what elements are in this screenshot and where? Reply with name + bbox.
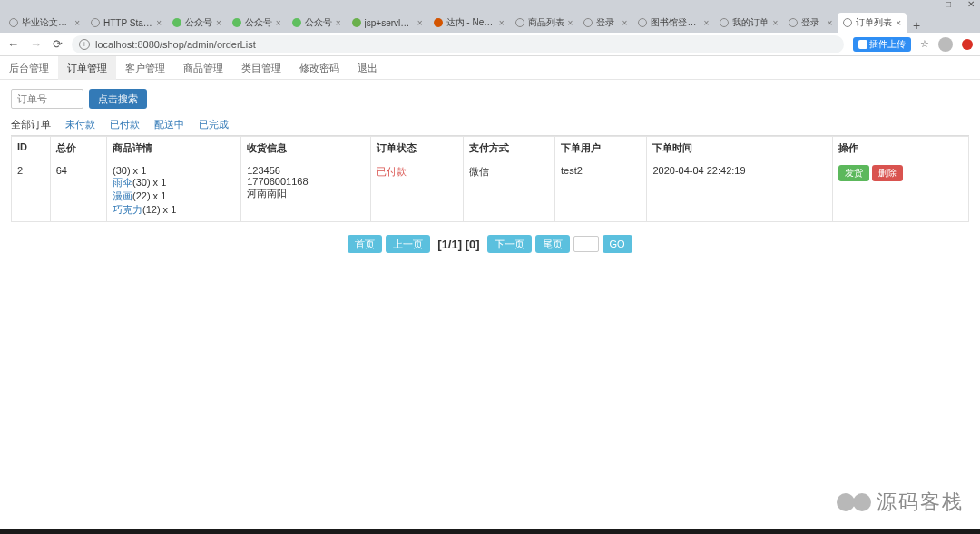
browser-tab[interactable]: 商品列表× [510, 13, 579, 33]
tab-title: 我的订单 [732, 16, 769, 29]
watermark-text: 源码客栈 [877, 489, 964, 516]
column-header: 下单用户 [554, 137, 646, 160]
browser-tab[interactable]: 图书馆登录…× [632, 13, 714, 33]
site-info-icon[interactable]: i [79, 39, 90, 50]
app-top-menu: 后台管理订单管理客户管理商品管理类目管理修改密码退出 [0, 56, 980, 80]
pager-page-input[interactable] [573, 236, 599, 252]
tab-title: 毕业论文整… [22, 16, 71, 29]
pager-last-button[interactable]: 尾页 [535, 235, 570, 253]
globe-icon [515, 18, 524, 27]
nav-back-icon[interactable]: ← [7, 37, 19, 51]
browser-tab[interactable]: 公众号× [287, 13, 347, 33]
profile-avatar-icon[interactable] [938, 37, 953, 52]
new-tab-button[interactable]: + [906, 18, 926, 33]
goods-link[interactable]: 漫画 [113, 190, 132, 201]
tab-close-icon[interactable]: × [499, 18, 505, 28]
browser-tab[interactable]: 我的订单× [714, 13, 783, 33]
globe-icon [720, 18, 729, 27]
globe-icon [583, 18, 593, 27]
taskbar [0, 529, 980, 534]
window-maximize-icon[interactable]: □ [946, 0, 951, 9]
goods-line: (30) x 1 [113, 165, 235, 176]
browser-tab[interactable]: 订单列表× [838, 13, 906, 33]
page-content: 点击搜索 全部订单未付款已付款配送中已完成 ID总价商品详情收货信息订单状态支付… [0, 80, 980, 253]
browser-tab[interactable]: jsp+servle…× [347, 13, 428, 33]
filter-tab[interactable]: 已付款 [110, 118, 140, 131]
wechat-icon [292, 18, 301, 27]
pager-next-button[interactable]: 下一页 [487, 235, 532, 253]
ship-button[interactable]: 发货 [838, 165, 869, 181]
flag-icon [434, 18, 443, 27]
goods-link[interactable]: 雨伞 [113, 177, 132, 188]
menu-item[interactable]: 类目管理 [232, 56, 290, 80]
cell-total: 64 [50, 160, 106, 222]
browser-tab[interactable]: 公众号× [227, 13, 287, 33]
tab-close-icon[interactable]: × [568, 18, 573, 28]
tab-close-icon[interactable]: × [74, 18, 80, 28]
pager-first-button[interactable]: 首页 [348, 235, 382, 253]
ship-line: 17706001168 [247, 176, 365, 187]
browser-tab[interactable]: 公众号× [167, 13, 227, 33]
filter-tabs: 全部订单未付款已付款配送中已完成 [11, 118, 969, 136]
pager-prev-button[interactable]: 上一页 [386, 235, 430, 253]
menu-item[interactable]: 修改密码 [290, 56, 348, 80]
tab-title: 公众号 [185, 16, 212, 29]
filter-tab[interactable]: 全部订单 [11, 118, 51, 131]
tab-close-icon[interactable]: × [276, 18, 281, 28]
nav-forward-icon[interactable]: → [30, 37, 42, 51]
goods-qty: (30) x 1 [113, 165, 146, 176]
search-button[interactable]: 点击搜索 [89, 89, 147, 109]
cell-time: 2020-04-04 22:42:19 [647, 160, 833, 222]
browser-tab[interactable]: 登录× [578, 13, 632, 33]
column-header: 商品详情 [106, 137, 240, 160]
pager-go-button[interactable]: GO [603, 235, 632, 253]
globe-icon [638, 18, 647, 27]
tab-close-icon[interactable]: × [622, 18, 628, 28]
window-close-icon[interactable]: ✕ [967, 0, 975, 9]
column-header: 下单时间 [647, 137, 833, 160]
browser-tab[interactable]: 达内 - Net…× [428, 13, 510, 33]
globe-icon [9, 18, 18, 27]
globe-icon [789, 18, 798, 27]
tab-close-icon[interactable]: × [827, 18, 832, 28]
tab-close-icon[interactable]: × [772, 18, 778, 28]
goods-link[interactable]: 巧克力 [113, 204, 142, 215]
tab-title: 商品列表 [528, 16, 564, 29]
ship-line: 123456 [247, 165, 365, 176]
browser-tab[interactable]: 毕业论文整…× [4, 13, 85, 33]
url-field[interactable]: i localhost:8080/shop/admin/orderList [72, 35, 844, 53]
browser-chrome: — □ ✕ 毕业论文整…×HTTP Stat…×公众号×公众号×公众号×jsp+… [0, 0, 980, 56]
notification-dot-icon[interactable] [962, 39, 973, 50]
tab-title: 订单列表 [856, 16, 892, 29]
browser-tab[interactable]: HTTP Stat…× [85, 13, 167, 33]
tab-close-icon[interactable]: × [156, 18, 162, 28]
column-header: 订单状态 [371, 137, 463, 160]
menu-item[interactable]: 订单管理 [58, 56, 116, 80]
table-header-row: ID总价商品详情收货信息订单状态支付方式下单用户下单时间操作 [12, 137, 969, 160]
goods-line: 雨伞(30) x 1 [113, 176, 235, 189]
tab-close-icon[interactable]: × [704, 18, 710, 28]
cell-pay: 微信 [463, 160, 554, 222]
menu-item[interactable]: 客户管理 [116, 56, 174, 80]
nav-reload-icon[interactable]: ⟳ [53, 37, 63, 51]
order-id-input[interactable] [11, 89, 83, 109]
filter-tab[interactable]: 配送中 [154, 118, 184, 131]
menu-item[interactable]: 商品管理 [174, 56, 232, 80]
filter-tab[interactable]: 未付款 [65, 118, 95, 131]
tab-close-icon[interactable]: × [417, 18, 423, 28]
goods-line: 巧克力(12) x 1 [113, 203, 235, 217]
extension-badge[interactable]: 插件上传 [853, 37, 911, 52]
bookmark-star-icon[interactable]: ☆ [920, 38, 929, 50]
delete-button[interactable]: 删除 [872, 165, 903, 181]
browser-tab[interactable]: 登录× [783, 13, 838, 33]
filter-tab[interactable]: 已完成 [199, 118, 229, 131]
ship-line: 河南南阳 [247, 187, 365, 200]
tab-close-icon[interactable]: × [216, 18, 221, 28]
pager-info: [1/1] [0] [434, 238, 483, 251]
table-row: 2 64 (30) x 1雨伞(30) x 1漫画(22) x 1巧克力(12)… [12, 160, 969, 222]
tab-close-icon[interactable]: × [896, 18, 901, 28]
tab-close-icon[interactable]: × [336, 18, 341, 28]
window-minimize-icon[interactable]: — [920, 0, 929, 9]
menu-item[interactable]: 退出 [348, 56, 387, 80]
menu-item[interactable]: 后台管理 [0, 56, 58, 80]
